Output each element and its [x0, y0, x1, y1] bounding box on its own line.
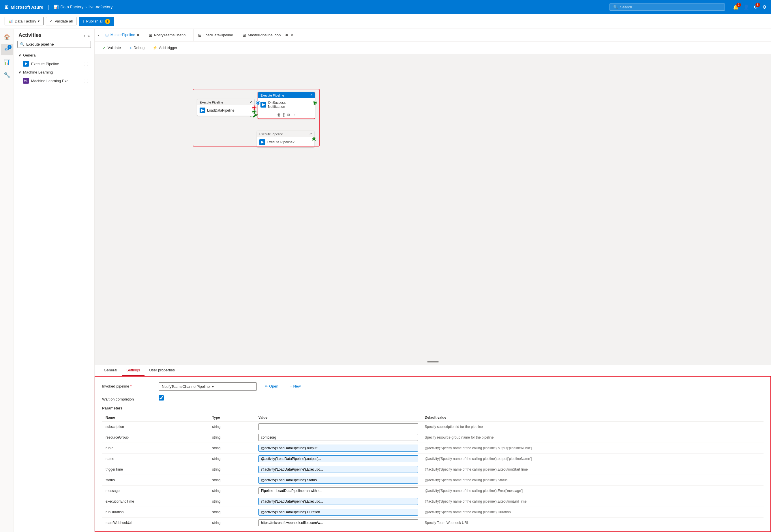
param-value-executionEndTime[interactable]: [255, 496, 422, 507]
debug-label: Debug: [133, 46, 144, 50]
param-input-name[interactable]: [258, 455, 418, 462]
param-input-subscription[interactable]: [258, 423, 418, 430]
sidebar-item-home[interactable]: 🏠: [1, 31, 13, 43]
param-input-triggerTime[interactable]: [258, 466, 418, 473]
param-input-runId[interactable]: [258, 445, 418, 452]
ml-icon: ML: [23, 78, 29, 84]
tab-close-4[interactable]: ✕: [291, 33, 293, 37]
drag-handle-icon: ⋮⋮: [82, 62, 90, 66]
param-row-subscription: subscriptionstringSpecify subscription i…: [102, 422, 764, 432]
node1-external-icon[interactable]: ↗: [249, 100, 252, 104]
open-button[interactable]: ✏ Open: [261, 382, 282, 390]
node2-external-icon[interactable]: ↗: [310, 93, 312, 97]
pipeline-node-load[interactable]: Execute Pipeline ↗ LoadDataPipeline: [197, 99, 255, 116]
pipeline-node-onsuccess[interactable]: Execute Pipeline ↗ OnSuccess Notificatio…: [257, 92, 315, 119]
param-default-runDuration: @activity('Specify name of the calling p…: [422, 507, 764, 518]
invoked-pipeline-control[interactable]: NotifyTeamsChannelPipeline ▾: [159, 382, 257, 391]
tab-label-4: MasterPipeline_cop...: [248, 33, 284, 37]
validate-button[interactable]: ✓ Validate: [99, 44, 124, 52]
tab-loaddatapipeline[interactable]: ⊞ LoadDataPipeline: [193, 29, 238, 42]
activities-header: Activities ‹ «: [14, 29, 94, 41]
tab-masterpipeline[interactable]: ⊞ MasterPipeline: [101, 29, 144, 42]
debug-button[interactable]: ▷ Debug: [125, 44, 148, 52]
param-value-name[interactable]: [255, 454, 422, 464]
canvas-area[interactable]: Execute Pipeline ↗ LoadDataPipeline E: [95, 54, 771, 365]
activities-search-input[interactable]: [26, 42, 88, 46]
param-value-runId[interactable]: [255, 443, 422, 454]
activities-title: Activities: [18, 32, 42, 38]
collapse-icon[interactable]: ‹: [84, 33, 85, 38]
alert-badge: 8: [755, 3, 760, 7]
node2-code-icon[interactable]: {}: [283, 112, 285, 117]
category-ml[interactable]: ∨ Machine Learning: [14, 68, 94, 76]
nav-separator: |: [48, 4, 49, 10]
wait-checkbox[interactable]: [159, 395, 164, 401]
node2-copy-icon[interactable]: ⧉: [287, 112, 290, 117]
col-value: Value: [255, 414, 422, 422]
alert-button[interactable]: ⚙ 8: [754, 4, 758, 10]
add-trigger-button[interactable]: ⚡ Add trigger: [149, 44, 181, 52]
param-input-message[interactable]: [258, 487, 418, 494]
param-input-teamWebhookUrl[interactable]: [258, 519, 418, 526]
tab-settings[interactable]: Settings: [122, 365, 144, 376]
param-name-runDuration: runDuration: [102, 507, 208, 518]
node2-title: Execute Pipeline: [260, 94, 284, 97]
search-bar[interactable]: 🔍: [610, 3, 725, 11]
add-trigger-label: Add trigger: [159, 46, 177, 50]
search-input[interactable]: [620, 5, 721, 9]
activity-ml-execute[interactable]: ML Machine Learning Exe... ⋮⋮: [14, 76, 94, 85]
sidebar-item-manage[interactable]: 🔧: [1, 69, 13, 81]
tab-general[interactable]: General: [99, 365, 122, 376]
notification-button[interactable]: 🔔 1: [733, 4, 739, 10]
tab-label-1: MasterPipeline: [110, 33, 135, 37]
sidebar-item-monitor[interactable]: 📊: [1, 57, 13, 68]
param-value-message[interactable]: [255, 486, 422, 496]
publish-all-button[interactable]: ↑ Publish all 2: [79, 17, 114, 26]
param-value-resourceGroup[interactable]: [255, 432, 422, 443]
invoked-pipeline-dropdown[interactable]: NotifyTeamsChannelPipeline ▾: [159, 382, 257, 391]
tab-notifyteams[interactable]: ⊞ NotifyTeamsChann...: [144, 29, 194, 42]
collapse-all-icon[interactable]: «: [87, 33, 90, 38]
param-value-subscription[interactable]: [255, 422, 422, 432]
node2-link-icon[interactable]: ↔: [292, 112, 296, 117]
settings-button[interactable]: ⚙: [762, 4, 766, 10]
param-value-runDuration[interactable]: [255, 507, 422, 518]
activities-search-box[interactable]: 🔍: [17, 41, 91, 48]
param-input-resourceGroup[interactable]: [258, 434, 418, 441]
author-badge: 2: [7, 45, 12, 49]
param-input-runDuration[interactable]: [258, 509, 418, 516]
tab-user-properties[interactable]: User properties: [144, 365, 179, 376]
tab-masterpipeline-copy[interactable]: ⊞ MasterPipeline_cop... ✕: [238, 29, 298, 42]
param-row-resourceGroup: resourceGroupstringSpecify resource grou…: [102, 432, 764, 443]
param-input-executionEndTime[interactable]: [258, 498, 418, 505]
service-name[interactable]: Data Factory: [60, 5, 83, 9]
node1-body: LoadDataPipeline: [197, 105, 254, 116]
sidebar-item-author[interactable]: ✏ 2: [1, 44, 13, 55]
lightning-icon: ⚡: [153, 46, 157, 50]
tab-scroll-left[interactable]: ‹: [97, 33, 101, 37]
node3-header: Execute Pipeline ↗: [257, 131, 314, 137]
new-button[interactable]: + New: [286, 382, 304, 390]
param-value-triggerTime[interactable]: [255, 464, 422, 475]
main-layout: 🏠 ✏ 2 📊 🔧 Activities ‹ « 🔍 ∨ General: [0, 29, 771, 532]
pipeline-node-execute2[interactable]: Execute Pipeline ↗ Execute Pipeline2: [257, 131, 314, 148]
node2-header: Execute Pipeline ↗: [258, 92, 315, 98]
validate-all-button[interactable]: ✓ Validate all: [46, 17, 76, 25]
param-type-status: string: [208, 475, 255, 486]
activities-panel: Activities ‹ « 🔍 ∨ General Execute Pipel…: [14, 29, 95, 532]
param-default-executionEndTime: @activity('Specify name of the calling p…: [422, 496, 764, 507]
invoked-pipeline-row: Invoked pipeline * NotifyTeamsChannelPip…: [102, 382, 764, 391]
param-input-status[interactable]: [258, 477, 418, 484]
activity-execute-pipeline[interactable]: Execute Pipeline ⋮⋮: [14, 59, 94, 68]
col-type: Type: [208, 414, 255, 422]
param-value-teamWebhookUrl[interactable]: [255, 518, 422, 528]
node2-delete-icon[interactable]: 🗑: [277, 112, 281, 117]
node3-external-icon[interactable]: ↗: [309, 132, 312, 136]
param-value-status[interactable]: [255, 475, 422, 486]
wait-control[interactable]: [159, 395, 257, 401]
service-label-btn[interactable]: 📊 Data Factory ▾: [5, 17, 44, 25]
category-general[interactable]: ∨ General: [14, 51, 94, 59]
col-default: Default value: [422, 414, 764, 422]
col-name: Name: [102, 414, 208, 422]
account-button[interactable]: 👤: [743, 4, 749, 10]
